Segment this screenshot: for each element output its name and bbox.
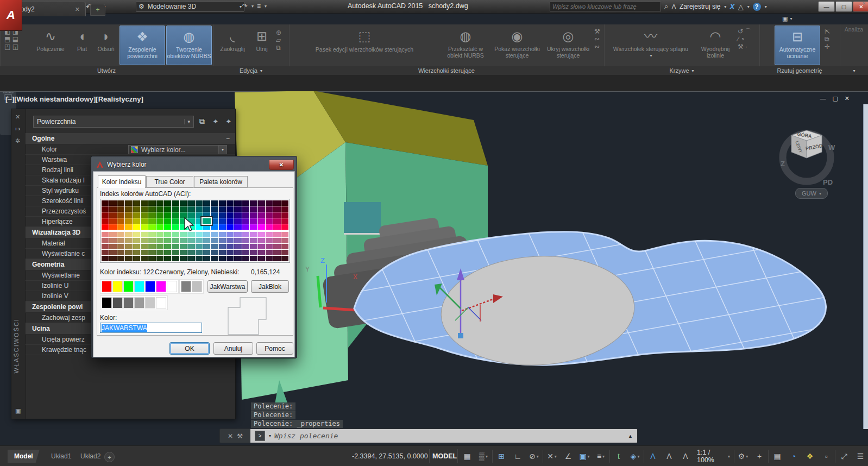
search-input[interactable] bbox=[550, 2, 661, 11]
aci-swatch[interactable] bbox=[203, 238, 210, 243]
aci-swatch[interactable] bbox=[219, 200, 226, 206]
aci-swatch[interactable] bbox=[141, 218, 148, 224]
aci-swatch[interactable] bbox=[102, 206, 109, 212]
aci-swatch[interactable] bbox=[109, 256, 116, 261]
aci-swatch[interactable] bbox=[258, 256, 265, 261]
aci-swatch[interactable] bbox=[219, 224, 226, 230]
status-icon[interactable]: ▾ bbox=[492, 450, 493, 463]
tab-uklad1[interactable]: Układ1 bbox=[45, 450, 78, 463]
aci-swatch[interactable] bbox=[125, 200, 132, 206]
aci-swatch[interactable] bbox=[203, 232, 210, 237]
aci-swatch[interactable] bbox=[258, 238, 265, 243]
aci-swatch[interactable] bbox=[133, 218, 140, 224]
aci-swatch[interactable] bbox=[242, 200, 249, 206]
help-button[interactable]: Pomoc bbox=[256, 342, 293, 355]
aci-swatch[interactable] bbox=[227, 206, 234, 212]
color-swatch[interactable] bbox=[192, 281, 202, 292]
aci-swatch[interactable] bbox=[196, 238, 203, 243]
tab-true-color[interactable]: True Color bbox=[146, 176, 193, 187]
aci-swatch[interactable] bbox=[250, 218, 257, 224]
aci-swatch[interactable] bbox=[242, 232, 249, 237]
aci-swatch[interactable] bbox=[117, 212, 124, 218]
viewport-scrollbar[interactable] bbox=[863, 104, 868, 429]
pasek-edycji-button[interactable]: ⬚Pasek edycji wierzchołków sterujących bbox=[292, 26, 437, 65]
aci-swatch[interactable] bbox=[281, 206, 288, 212]
panel-caption[interactable]: Edycja▾ bbox=[213, 66, 289, 75]
minimize-button[interactable]: — bbox=[818, 1, 835, 12]
status-3dosnap-icon[interactable]: ◈▾ bbox=[627, 449, 643, 463]
aci-swatch[interactable] bbox=[266, 244, 273, 249]
panel-caption[interactable]: ▾ bbox=[840, 66, 868, 75]
aci-swatch[interactable] bbox=[133, 212, 140, 218]
aci-swatch[interactable] bbox=[133, 200, 140, 206]
status-icon[interactable]: ▾ bbox=[609, 450, 610, 463]
aci-swatch[interactable] bbox=[148, 238, 155, 243]
help-icon[interactable]: ? bbox=[753, 3, 761, 11]
aci-swatch[interactable] bbox=[172, 238, 179, 243]
plat-button[interactable]: ◖Płat bbox=[71, 26, 93, 65]
close-icon[interactable]: ✕ bbox=[228, 432, 233, 440]
status-snap-icon[interactable]: ▒▾ bbox=[476, 449, 491, 463]
aci-swatch[interactable] bbox=[196, 224, 203, 230]
aci-swatch[interactable] bbox=[266, 224, 273, 230]
panel-caption[interactable]: Utwórz bbox=[0, 66, 213, 75]
aci-swatch[interactable] bbox=[234, 218, 241, 224]
aci-swatch[interactable] bbox=[125, 224, 132, 230]
aci-swatch[interactable] bbox=[141, 224, 148, 230]
color-swatch[interactable] bbox=[134, 297, 144, 308]
aci-swatch[interactable] bbox=[102, 238, 109, 243]
aci-swatch[interactable] bbox=[266, 218, 273, 224]
signin-link[interactable]: Zarejestruj się bbox=[680, 3, 720, 10]
aci-swatch[interactable] bbox=[148, 200, 155, 206]
aci-swatch[interactable] bbox=[148, 256, 155, 261]
aci-swatch[interactable] bbox=[187, 206, 194, 212]
status-otrack-icon[interactable]: ∠▾ bbox=[561, 449, 576, 463]
aci-swatch[interactable] bbox=[172, 224, 179, 230]
search-icon[interactable]: ⌕ bbox=[664, 2, 668, 11]
aci-swatch[interactable] bbox=[156, 232, 163, 237]
status-annotation-visibility-icon[interactable]: Ʌ▾ bbox=[645, 449, 661, 463]
aci-swatch[interactable] bbox=[281, 238, 288, 243]
aci-swatch[interactable] bbox=[125, 244, 132, 249]
aci-swatch[interactable] bbox=[164, 200, 171, 206]
aci-swatch[interactable] bbox=[203, 224, 210, 230]
analiza-button[interactable]: Analiza bbox=[841, 26, 867, 65]
ok-button[interactable]: OK bbox=[169, 342, 210, 355]
tab-kolor-indeksu[interactable]: Kolor indeksu bbox=[98, 175, 146, 188]
viewcube[interactable]: Z W PD GÓRA PRZÓD LEWY bbox=[774, 118, 839, 187]
aci-swatch[interactable] bbox=[172, 206, 179, 212]
aci-swatch[interactable] bbox=[117, 250, 124, 255]
aci-swatch[interactable] bbox=[187, 250, 194, 255]
palette-row[interactable]: Ogólne − bbox=[26, 133, 235, 144]
dialog-title-bar[interactable]: Wybierz kolor ✕ bbox=[93, 158, 295, 171]
aci-swatch[interactable] bbox=[164, 218, 171, 224]
aci-swatch[interactable] bbox=[227, 244, 234, 249]
aci-swatch[interactable] bbox=[148, 218, 155, 224]
auto-hide-icon[interactable]: ↦ bbox=[15, 125, 20, 133]
chevron-down-icon[interactable]: ▾ bbox=[724, 4, 726, 9]
aci-swatch[interactable] bbox=[273, 212, 280, 218]
aci-swatch[interactable] bbox=[125, 256, 132, 261]
aci-swatch[interactable] bbox=[109, 212, 116, 218]
aci-swatch[interactable] bbox=[227, 224, 234, 230]
aci-swatch[interactable] bbox=[109, 244, 116, 249]
aci-swatch[interactable] bbox=[109, 224, 116, 230]
aci-swatch[interactable] bbox=[196, 250, 203, 255]
aci-swatch[interactable] bbox=[211, 232, 218, 237]
aci-swatch[interactable] bbox=[219, 244, 226, 249]
status-ortho-icon[interactable]: ∟▾ bbox=[510, 449, 525, 463]
tab-paleta-kolorow[interactable]: Paleta kolorów bbox=[194, 176, 248, 187]
aci-swatch[interactable] bbox=[203, 206, 210, 212]
status-icon[interactable]: ▾ bbox=[835, 450, 835, 463]
aci-swatch[interactable] bbox=[148, 244, 155, 249]
restore-icon[interactable]: ▢ bbox=[832, 95, 838, 102]
ucs-selector[interactable]: GUW ▾ bbox=[795, 188, 828, 199]
aci-swatch[interactable] bbox=[227, 256, 234, 261]
curve-mini-icons[interactable]: ↺ ⌒∕ ◔⚒ · bbox=[738, 28, 751, 51]
aci-swatch[interactable] bbox=[266, 206, 273, 212]
aci-swatch[interactable] bbox=[102, 244, 109, 249]
ukryj-wierzcholki-button[interactable]: ◎Ukryj wierzchołki sterujące bbox=[543, 26, 593, 65]
aci-swatch[interactable] bbox=[187, 238, 194, 243]
app-menu-button[interactable]: A bbox=[0, 0, 22, 31]
aci-swatch[interactable] bbox=[117, 200, 124, 206]
